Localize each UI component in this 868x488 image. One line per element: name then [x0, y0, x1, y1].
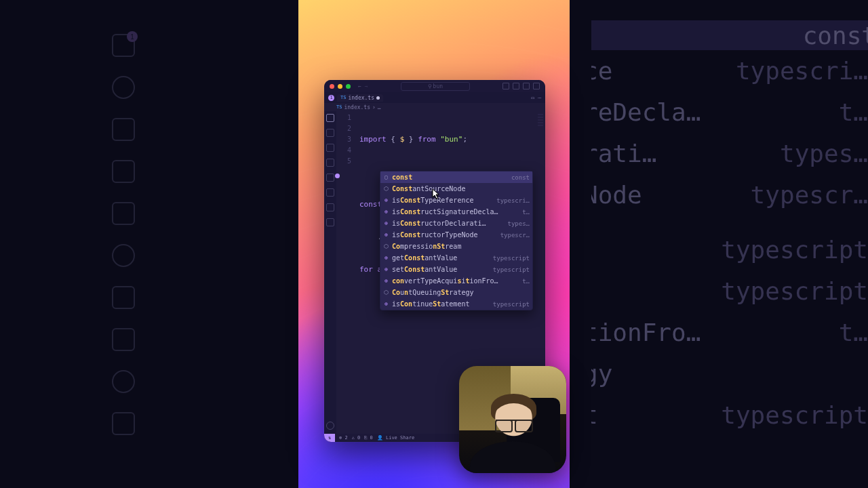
completion-source: t… [522, 207, 530, 218]
completion-kind-icon: ⊕ [382, 300, 390, 308]
autocomplete-popup[interactable]: ▢constconst⬡ConstantSourceNode⊕isConstTy… [380, 171, 533, 310]
testing-icon [112, 286, 135, 309]
completion-source: types… [507, 218, 530, 229]
completion-label: getConstantValue [392, 253, 490, 264]
bg-suggestion-line: tionFro…t… [583, 312, 868, 353]
autocomplete-item[interactable]: ⬡CountQueuingStrategy [380, 287, 532, 298]
nav-forward-icon[interactable]: → [365, 83, 368, 89]
minimize-icon[interactable] [338, 84, 342, 89]
bg-suggestion-line: ttypescript [583, 394, 868, 436]
autocomplete-item[interactable]: ⬡ConstantSourceNode [380, 183, 532, 195]
tab-label: index.ts [348, 95, 374, 101]
nav-back-icon[interactable]: ← [358, 83, 361, 89]
tab-index-ts[interactable]: TS index.ts [337, 94, 383, 102]
completion-kind-icon: ⊕ [382, 266, 390, 273]
autocomplete-item[interactable]: ⊕convertTypeAcquisitionFro…t… [380, 275, 532, 287]
screenshot-stage: const cetypescri…reDecla…t…rati…types…No… [0, 0, 868, 488]
bg-suggestion-line: rati…types… [583, 133, 868, 174]
testing-icon[interactable] [326, 203, 334, 211]
background-activity-icons [103, 34, 144, 435]
breakpoint-gutter-dot[interactable] [335, 174, 340, 178]
completion-label: isContinueStatement [392, 299, 490, 310]
line-number: 1 [336, 113, 355, 123]
accounts-icon[interactable] [326, 422, 334, 430]
line-number: 3 [336, 134, 355, 145]
files-icon [112, 34, 135, 57]
bg-selected-pill: const [583, 20, 868, 50]
completion-kind-icon: ⊕ [382, 220, 390, 227]
extensions-icon [112, 202, 135, 225]
window-titlebar[interactable]: ← → ⚲ bun [324, 80, 545, 92]
completion-source: t… [522, 276, 530, 287]
bg-suggestion-line: Nodetypescr… [583, 174, 868, 216]
split-editor-icon[interactable]: ▭ [531, 95, 534, 101]
completion-kind-icon: ⬡ [382, 185, 390, 192]
layout-icon[interactable] [502, 83, 509, 89]
completion-label: isConstTypeReference [392, 195, 494, 206]
completion-kind-icon: ⊕ [382, 197, 390, 204]
autocomplete-item[interactable]: ⊕isContinueStatementtypescript [380, 298, 532, 310]
close-icon[interactable] [330, 84, 334, 89]
breadcrumb-more: … [378, 104, 381, 110]
extensions-icon[interactable] [326, 174, 334, 182]
completion-label: isConstructorDeclarati… [392, 218, 505, 229]
completion-source: typescr… [500, 230, 530, 241]
layout-icon[interactable] [523, 83, 530, 89]
autocomplete-item[interactable]: ⊕setConstantValuetypescript [380, 264, 532, 275]
line-number: 2 [336, 123, 355, 134]
autocomplete-item[interactable]: ⊕isConstructorTypeNodetypescr… [380, 229, 532, 241]
completion-label: isConstructSignatureDecla… [392, 207, 519, 218]
breadcrumb[interactable]: TS index.ts › … [324, 103, 545, 111]
minimap[interactable] [538, 114, 543, 127]
bg-suggestion-line: typescript [583, 229, 868, 270]
search-icon[interactable] [326, 129, 334, 137]
more-actions-icon[interactable]: ⋯ [538, 95, 541, 101]
autocomplete-item[interactable]: ⊕getConstantValuetypescript [380, 252, 532, 264]
completion-label: convertTypeAcquisitionFro… [392, 276, 519, 287]
explorer-icon[interactable] [326, 114, 334, 122]
zoom-icon[interactable] [346, 84, 351, 89]
misc-icon[interactable] [326, 218, 334, 226]
typescript-file-icon: TS [336, 104, 342, 110]
completion-label: isConstructorTypeNode [392, 230, 498, 241]
activity-bar [324, 111, 336, 434]
webcam-overlay [459, 366, 566, 473]
bg-suggestion-line: cetypescri… [583, 50, 868, 92]
completion-kind-icon: ⬡ [382, 289, 390, 296]
warnings-count[interactable]: ⚠ 0 [352, 435, 361, 441]
autocomplete-item[interactable]: ⊕isConstructSignatureDecla…t… [380, 206, 532, 218]
autocomplete-item[interactable]: ⬡CompressionStream [380, 241, 532, 252]
misc-icon [112, 328, 135, 351]
ports-count[interactable]: ⎘ 0 [364, 435, 372, 441]
completion-kind-icon: ⊕ [382, 254, 390, 262]
remote-icon[interactable] [326, 188, 334, 197]
autocomplete-item[interactable]: ▢constconst [380, 171, 532, 183]
run-debug-icon[interactable] [326, 159, 334, 167]
command-center-search[interactable]: ⚲ bun [401, 82, 470, 91]
source-control-icon [112, 118, 135, 141]
completion-source: const [511, 172, 530, 183]
layout-controls[interactable] [502, 83, 540, 89]
layout-icon[interactable] [513, 83, 519, 89]
autocomplete-item[interactable]: ⊕isConstructorDeclarati…types… [380, 218, 532, 229]
bg-suggestion-line: gy [583, 353, 868, 394]
settings-icon [112, 412, 135, 435]
bg-suggestion-line: reDecla…t… [583, 92, 868, 133]
search-icon: ⚲ [428, 83, 432, 89]
activity-badge[interactable]: 1 [328, 95, 334, 101]
errors-count[interactable]: ⊗ 2 [339, 435, 348, 441]
line-number: 5 [336, 156, 355, 167]
live-share[interactable]: 👤 Live Share [377, 435, 414, 441]
completion-label: CountQueuingStrategy [392, 287, 530, 298]
completion-kind-icon: ▢ [382, 174, 390, 181]
source-control-icon[interactable] [326, 144, 334, 152]
typescript-file-icon: TS [340, 95, 346, 100]
letterbox-left [277, 0, 298, 488]
autocomplete-item[interactable]: ⊕isConstTypeReferencetypescri… [380, 195, 532, 206]
account-icon [112, 370, 135, 393]
debug-icon [112, 160, 135, 183]
bg-suggestion-line [583, 216, 868, 229]
layout-icon[interactable] [533, 83, 540, 89]
completion-label: CompressionStream [392, 241, 530, 252]
search-placeholder: bun [433, 83, 443, 89]
